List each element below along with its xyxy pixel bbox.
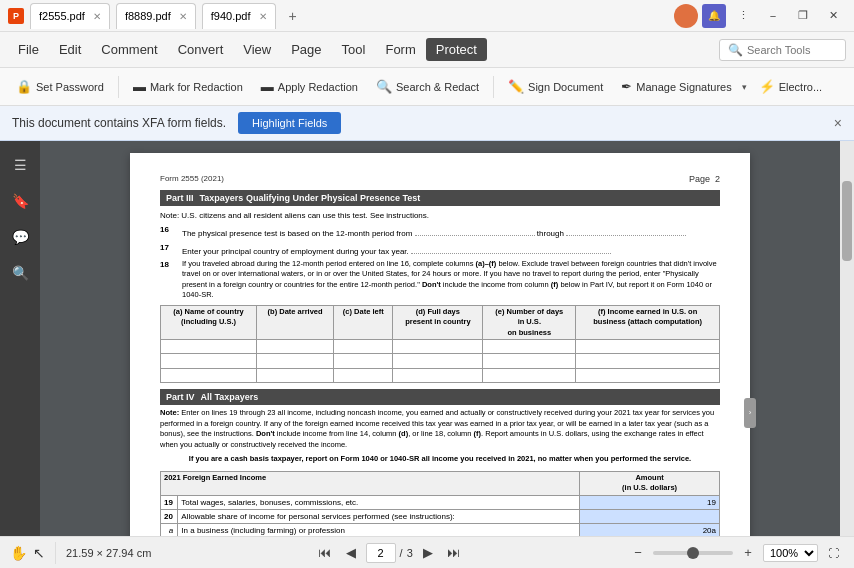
- tab-f940[interactable]: f940.pdf ✕: [202, 3, 276, 29]
- menu-convert[interactable]: Convert: [168, 38, 234, 61]
- part4-header: Part IV All Taxpayers: [160, 389, 720, 406]
- line-17-field[interactable]: [411, 242, 611, 254]
- tab-f8889[interactable]: f8889.pdf ✕: [116, 3, 196, 29]
- line-19-num: 19: [161, 495, 178, 509]
- tab-label-f8889: f8889.pdf: [125, 10, 171, 22]
- xfa-message: This document contains XFA form fields.: [12, 116, 226, 130]
- zoom-select[interactable]: 100% 75% 125% 150% 200%: [763, 544, 818, 562]
- menu-page[interactable]: Page: [281, 38, 331, 61]
- tab-label-f2555: f2555.pdf: [39, 10, 85, 22]
- menu-comment[interactable]: Comment: [91, 38, 167, 61]
- menu-tool[interactable]: Tool: [332, 38, 376, 61]
- search-tools-input-wrapper[interactable]: 🔍: [719, 39, 846, 61]
- line-20-amount[interactable]: [580, 510, 720, 524]
- part3-note: Note: U.S. citizens and all resident ali…: [160, 210, 720, 221]
- sidebar-icon-thumbnails[interactable]: ☰: [4, 149, 36, 181]
- redaction-apply-icon: ▬: [261, 79, 274, 94]
- sidebar-icon-search[interactable]: 🔍: [4, 257, 36, 289]
- menu-view[interactable]: View: [233, 38, 281, 61]
- profile-avatar[interactable]: [674, 4, 698, 28]
- table-row: [161, 354, 720, 368]
- zoom-slider[interactable]: [653, 551, 733, 555]
- line-16-through-field[interactable]: [566, 224, 686, 236]
- document-scroll[interactable]: › Form 2555 (2021) Page 2 Part III Taxpa…: [40, 141, 840, 536]
- sidebar-icon-comments[interactable]: 💬: [4, 221, 36, 253]
- new-tab-button[interactable]: +: [282, 5, 304, 27]
- protect-toolbar: 🔒 Set Password ▬ Mark for Redaction ▬ Ap…: [0, 68, 854, 106]
- menu-edit[interactable]: Edit: [49, 38, 91, 61]
- menu-protect[interactable]: Protect: [426, 38, 487, 61]
- apply-redaction-button[interactable]: ▬ Apply Redaction: [253, 75, 366, 98]
- bottom-separator-1: [55, 542, 56, 564]
- part3-label: Part III: [166, 192, 194, 205]
- xfa-close-button[interactable]: ×: [834, 115, 842, 131]
- tab-close-f2555[interactable]: ✕: [93, 11, 101, 22]
- line-16-from-field[interactable]: [415, 224, 535, 236]
- highlight-fields-button[interactable]: Highlight Fields: [238, 112, 341, 134]
- part3-title: Taxpayers Qualifying Under Physical Pres…: [200, 192, 421, 205]
- line-19-amount[interactable]: 19: [580, 495, 720, 509]
- line-19-text: Total wages, salaries, bonuses, commissi…: [178, 495, 580, 509]
- tab-f2555[interactable]: f2555.pdf ✕: [30, 3, 110, 29]
- search-redact-icon: 🔍: [376, 79, 392, 94]
- zoom-out-button[interactable]: −: [627, 542, 649, 564]
- electro-icon: ⚡: [759, 79, 775, 94]
- line-19-row: 19 Total wages, salaries, bonuses, commi…: [161, 495, 720, 509]
- hand-tool-icon[interactable]: ✋: [10, 545, 27, 561]
- apply-redaction-label: Apply Redaction: [278, 81, 358, 93]
- total-pages: 3: [407, 547, 413, 559]
- page-dimensions: 21.59 × 27.94 cm: [66, 547, 151, 559]
- table-row: [161, 340, 720, 354]
- search-redact-button[interactable]: 🔍 Search & Redact: [368, 75, 487, 98]
- electro-button[interactable]: ⚡ Electro...: [751, 75, 830, 98]
- pdf-page: › Form 2555 (2021) Page 2 Part III Taxpa…: [130, 153, 750, 536]
- amount-header: Amount(in U.S. dollars): [580, 471, 720, 495]
- search-tools-input[interactable]: [747, 44, 837, 56]
- search-tools-area: 🔍: [719, 39, 846, 61]
- cursor-tool-icon[interactable]: ↖: [33, 545, 45, 561]
- redaction-mark-icon: ▬: [133, 79, 146, 94]
- minimize-button[interactable]: −: [760, 3, 786, 29]
- page-number-input[interactable]: [366, 543, 396, 563]
- line-20a-text: In a business (including farming) or pro…: [178, 524, 580, 536]
- table-row: [161, 368, 720, 382]
- tab-close-f940[interactable]: ✕: [259, 11, 267, 22]
- line-16-row: 16 The physical presence test is based o…: [160, 224, 720, 239]
- close-button[interactable]: ✕: [820, 3, 846, 29]
- manage-signatures-button[interactable]: ✒ Manage Signatures: [613, 75, 739, 98]
- title-bar-right: 🔔 ⋮ − ❐ ✕: [674, 3, 846, 29]
- first-page-button[interactable]: ⏮: [314, 542, 336, 564]
- part3-header: Part III Taxpayers Qualifying Under Phys…: [160, 190, 720, 207]
- tab-close-f8889[interactable]: ✕: [179, 11, 187, 22]
- next-page-button[interactable]: ▶: [417, 542, 439, 564]
- last-page-button[interactable]: ⏭: [443, 542, 465, 564]
- menu-form[interactable]: Form: [375, 38, 425, 61]
- signatures-icon: ✒: [621, 79, 632, 94]
- toolbar-separator-1: [118, 76, 119, 98]
- col-header-d: (d) Full dayspresent in country: [393, 305, 483, 340]
- mark-redaction-button[interactable]: ▬ Mark for Redaction: [125, 75, 251, 98]
- sign-document-button[interactable]: ✏️ Sign Document: [500, 75, 611, 98]
- more-options-button[interactable]: ⋮: [730, 3, 756, 29]
- menu-file[interactable]: File: [8, 38, 49, 61]
- notification-icon[interactable]: 🔔: [702, 4, 726, 28]
- vertical-scrollbar[interactable]: [840, 141, 854, 536]
- set-password-button[interactable]: 🔒 Set Password: [8, 75, 112, 98]
- sidebar-icon-bookmarks[interactable]: 🔖: [4, 185, 36, 217]
- line-20a-amount[interactable]: 20a: [580, 524, 720, 536]
- part3-table: (a) Name of country(including U.S.) (b) …: [160, 305, 720, 383]
- fit-page-button[interactable]: ⛶: [822, 542, 844, 564]
- bottom-bar-left: ✋ ↖ 21.59 × 27.94 cm: [10, 542, 151, 564]
- manage-signatures-arrow[interactable]: ▾: [740, 78, 749, 96]
- restore-button[interactable]: ❐: [790, 3, 816, 29]
- expand-handle[interactable]: ›: [744, 398, 756, 428]
- zoom-in-button[interactable]: +: [737, 542, 759, 564]
- zoom-slider-thumb[interactable]: [687, 547, 699, 559]
- electro-label: Electro...: [779, 81, 822, 93]
- toolbar-separator-2: [493, 76, 494, 98]
- scroll-thumb[interactable]: [842, 181, 852, 261]
- prev-page-button[interactable]: ◀: [340, 542, 362, 564]
- page-indicator: Page 2: [689, 173, 720, 186]
- line-17-text: Enter your principal country of employme…: [182, 242, 720, 257]
- cash-basis-note: If you are a cash basis taxpayer, report…: [160, 454, 720, 465]
